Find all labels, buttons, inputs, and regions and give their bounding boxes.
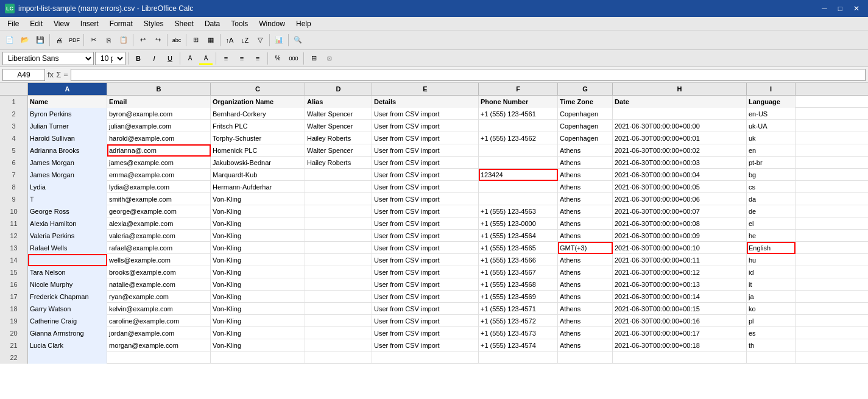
cell-b12[interactable]: valeria@example.com [107, 230, 211, 242]
cell-d6[interactable]: Hailey Roberts [305, 157, 372, 169]
cell-a19[interactable]: Catherine Craig [28, 315, 107, 327]
menu-item-tools[interactable]: Tools [226, 17, 253, 30]
cell-f18[interactable]: +1 (555) 123-4571 [479, 303, 558, 315]
cell-e14[interactable]: User from CSV import [372, 254, 479, 266]
row-number[interactable]: 20 [0, 327, 28, 339]
cell-e9[interactable]: User from CSV import [372, 193, 479, 205]
col-header-h[interactable]: H [613, 83, 747, 95]
align-left-btn[interactable]: ≡ [219, 51, 233, 66]
cell-e4[interactable]: User from CSV import [372, 132, 479, 144]
cell-i2[interactable]: en-US [747, 108, 796, 120]
cell-h7[interactable]: 2021-06-30T00:00:00+00:04 [613, 169, 747, 181]
cell-d13[interactable] [305, 242, 372, 254]
cell-f20[interactable]: +1 (555) 123-4573 [479, 327, 558, 339]
menu-item-file[interactable]: File [2, 17, 24, 30]
cell-b15[interactable]: brooks@example.com [107, 266, 211, 278]
print-btn[interactable]: 🖨 [52, 33, 66, 48]
cell-f8[interactable] [479, 181, 558, 193]
cell-g17[interactable]: Athens [558, 291, 613, 303]
menu-item-view[interactable]: View [49, 17, 74, 30]
cell-e22[interactable] [372, 351, 479, 364]
cell-h20[interactable]: 2021-06-30T00:00:00+00:17 [613, 327, 747, 339]
cell-c15[interactable]: Von-Kling [211, 266, 305, 278]
cell-f11[interactable]: +1 (555) 123-0000 [479, 217, 558, 230]
cell-f1[interactable]: Phone Number [479, 96, 558, 108]
cell-g13[interactable]: GMT(+3) [558, 242, 613, 254]
align-center-btn[interactable]: ≡ [235, 51, 249, 66]
cell-c11[interactable]: Von-Kling [211, 217, 305, 230]
redo-btn[interactable]: ↪ [150, 33, 165, 48]
cell-h3[interactable]: 2021-06-30T00:00:00+00:00 [613, 120, 747, 132]
cell-i8[interactable]: cs [747, 181, 796, 193]
cell-b21[interactable]: morgan@example.com [107, 339, 211, 351]
cell-f9[interactable] [479, 193, 558, 205]
find-btn[interactable]: 🔍 [291, 33, 305, 48]
font-size-select[interactable]: 10 pt [95, 52, 125, 65]
row-number[interactable]: 12 [0, 230, 28, 242]
underline-btn[interactable]: U [163, 51, 177, 66]
cell-d22[interactable] [305, 351, 372, 364]
pdf-btn[interactable]: PDF [67, 33, 82, 48]
insert-chart-btn[interactable]: 📊 [272, 33, 286, 48]
cell-a12[interactable]: Valeria Perkins [28, 230, 107, 242]
cell-f3[interactable] [479, 120, 558, 132]
cell-h16[interactable]: 2021-06-30T00:00:00+00:13 [613, 278, 747, 291]
cell-b14[interactable]: wells@example.com [107, 254, 211, 266]
row-number[interactable]: 3 [0, 120, 28, 132]
cell-g1[interactable]: Time Zone [558, 96, 613, 108]
cell-d1[interactable]: Alias [305, 96, 372, 108]
cell-h21[interactable]: 2021-06-30T00:00:00+00:18 [613, 339, 747, 351]
cell-e6[interactable]: User from CSV import [372, 157, 479, 169]
cell-c22[interactable] [211, 351, 305, 364]
cell-c12[interactable]: Von-Kling [211, 230, 305, 242]
cell-h2[interactable] [613, 108, 747, 120]
cell-e13[interactable]: User from CSV import [372, 242, 479, 254]
row-number[interactable]: 19 [0, 315, 28, 327]
cell-a20[interactable]: Gianna Armstrong [28, 327, 107, 339]
col-header-a[interactable]: A [28, 83, 107, 95]
row-number[interactable]: 21 [0, 339, 28, 351]
highlight-btn[interactable]: A [199, 51, 213, 66]
cell-f19[interactable]: +1 (555) 123-4572 [479, 315, 558, 327]
cell-d17[interactable] [305, 291, 372, 303]
cell-g14[interactable]: Athens [558, 254, 613, 266]
save-btn[interactable]: 💾 [33, 33, 48, 48]
cell-b13[interactable]: rafael@example.com [107, 242, 211, 254]
cell-g21[interactable]: Athens [558, 339, 613, 351]
maximize-btn[interactable]: □ [834, 4, 846, 13]
cell-f14[interactable]: +1 (555) 123-4566 [479, 254, 558, 266]
cell-a17[interactable]: Frederick Chapman [28, 291, 107, 303]
cell-c7[interactable]: Marquardt-Kub [211, 169, 305, 181]
cell-i11[interactable]: el [747, 217, 796, 230]
col-btn[interactable]: ⊞ [188, 33, 203, 48]
row-number[interactable]: 18 [0, 303, 28, 315]
cell-e17[interactable]: User from CSV import [372, 291, 479, 303]
cell-e11[interactable]: User from CSV import [372, 217, 479, 230]
cell-i12[interactable]: he [747, 230, 796, 242]
cell-h10[interactable]: 2021-06-30T00:00:00+00:07 [613, 205, 747, 217]
paste-btn[interactable]: 📋 [116, 33, 131, 48]
cell-i6[interactable]: pt-br [747, 157, 796, 169]
cell-c13[interactable]: Von-Kling [211, 242, 305, 254]
col-header-d[interactable]: D [305, 83, 372, 95]
cell-b19[interactable]: caroline@example.com [107, 315, 211, 327]
cell-c2[interactable]: Bernhard-Corkery [211, 108, 305, 120]
cell-i15[interactable]: id [747, 266, 796, 278]
cell-b10[interactable]: george@example.com [107, 205, 211, 217]
italic-btn[interactable]: I [147, 51, 161, 66]
col-header-c[interactable]: C [211, 83, 305, 95]
cell-b2[interactable]: byron@example.com [107, 108, 211, 120]
cell-b3[interactable]: julian@example.com [107, 120, 211, 132]
cell-h11[interactable]: 2021-06-30T00:00:00+00:08 [613, 217, 747, 230]
cell-d5[interactable]: Walter Spencer [305, 144, 372, 157]
cell-f12[interactable]: +1 (555) 123-4564 [479, 230, 558, 242]
cell-a1[interactable]: Name [28, 96, 107, 108]
cell-f7[interactable]: 123424 [479, 169, 558, 181]
cell-g15[interactable]: Athens [558, 266, 613, 278]
cell-a9[interactable]: T [28, 193, 107, 205]
cell-g20[interactable]: Athens [558, 327, 613, 339]
menu-item-edit[interactable]: Edit [25, 17, 48, 30]
font-name-select[interactable]: Liberation Sans [2, 52, 94, 65]
cell-b11[interactable]: alexia@example.com [107, 217, 211, 230]
row-number[interactable]: 7 [0, 169, 28, 181]
